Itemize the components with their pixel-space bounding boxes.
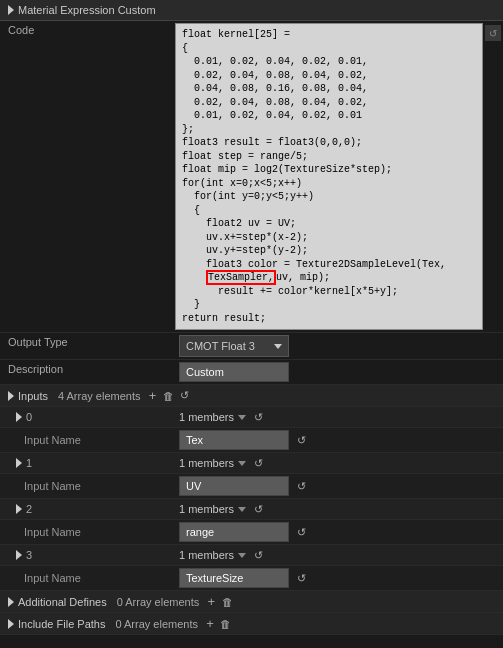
input-0-reset-button[interactable]: ↺	[250, 409, 266, 425]
input-1-icon	[16, 458, 22, 468]
input-2-reset-button[interactable]: ↺	[250, 501, 266, 517]
input-1-name-label: Input Name	[0, 478, 175, 494]
include-file-paths-count: 0 Array elements	[111, 615, 202, 633]
input-0-name-reset-button[interactable]: ↺	[293, 432, 309, 448]
input-2-name-content: ↺	[175, 520, 503, 544]
additional-defines-add-button[interactable]: +	[203, 594, 219, 610]
inputs-collapse-icon	[8, 391, 14, 401]
include-file-paths-text: Include File Paths	[18, 618, 105, 630]
additional-defines-icon	[8, 597, 14, 607]
panel-title: Material Expression Custom	[18, 4, 156, 16]
inputs-count: 4 Array elements	[54, 387, 145, 405]
input-2-content: 1 members ↺	[175, 499, 503, 519]
input-3-icon	[16, 550, 22, 560]
input-2-name-row: Input Name ↺	[0, 520, 503, 545]
input-3-name-label: Input Name	[0, 570, 175, 586]
input-1-header: 1 1 members ↺	[0, 453, 503, 474]
input-3-expand-icon	[238, 553, 246, 558]
output-type-row: Output Type CMOT Float 3	[0, 333, 503, 360]
dropdown-arrow-icon	[274, 344, 282, 349]
input-3-name-input[interactable]	[179, 568, 289, 588]
input-1-name-input[interactable]	[179, 476, 289, 496]
output-type-dropdown[interactable]: CMOT Float 3	[179, 335, 289, 357]
input-0-header: 0 1 members ↺	[0, 407, 503, 428]
input-1-name-row: Input Name ↺	[0, 474, 503, 499]
include-file-paths-add-button[interactable]: +	[202, 616, 218, 632]
output-type-value: CMOT Float 3	[186, 340, 255, 352]
input-0-index: 0	[26, 411, 32, 423]
input-2-name-input[interactable]	[179, 522, 289, 542]
input-2-expand-icon	[238, 507, 246, 512]
input-0-label: 0	[0, 409, 175, 425]
input-0-expand-icon	[238, 415, 246, 420]
output-type-label: Output Type	[0, 333, 175, 351]
input-1-index: 1	[26, 457, 32, 469]
input-1-label: 1	[0, 455, 175, 471]
input-0-name-input[interactable]	[179, 430, 289, 450]
output-type-content: CMOT Float 3	[175, 333, 503, 359]
panel-content: Code float kernel[25] = { 0.01, 0.02, 0.…	[0, 21, 503, 645]
input-2-name-reset-button[interactable]: ↺	[293, 524, 309, 540]
input-1-content: 1 members ↺	[175, 453, 503, 473]
additional-defines-count: 0 Array elements	[113, 593, 204, 611]
include-file-paths-delete-button[interactable]: 🗑	[218, 616, 234, 632]
input-3-content: 1 members ↺	[175, 545, 503, 565]
input-0-name-label: Input Name	[0, 432, 175, 448]
input-3-members: 1 members	[179, 549, 234, 561]
collapse-icon	[8, 5, 14, 15]
code-row: Code float kernel[25] = { 0.01, 0.02, 0.…	[0, 21, 503, 333]
description-content	[175, 360, 503, 384]
input-3-label: 3	[0, 547, 175, 563]
input-1-name-reset-button[interactable]: ↺	[293, 478, 309, 494]
input-1-reset-button[interactable]: ↺	[250, 455, 266, 471]
input-1-members: 1 members	[179, 457, 234, 469]
description-input[interactable]	[179, 362, 289, 382]
inputs-add-button[interactable]: +	[145, 388, 161, 404]
input-0-icon	[16, 412, 22, 422]
panel-header: Material Expression Custom	[0, 0, 503, 21]
input-2-members: 1 members	[179, 503, 234, 515]
input-0-name-row: Input Name ↺	[0, 428, 503, 453]
include-file-paths-icon	[8, 619, 14, 629]
code-content: float kernel[25] = { 0.01, 0.02, 0.04, 0…	[182, 29, 446, 324]
additional-defines-delete-button[interactable]: 🗑	[219, 594, 235, 610]
input-0-content: 1 members ↺	[175, 407, 503, 427]
input-1-name-content: ↺	[175, 474, 503, 498]
input-3-header: 3 1 members ↺	[0, 545, 503, 566]
input-3-name-row: Input Name ↺	[0, 566, 503, 591]
inputs-delete-button[interactable]: 🗑	[161, 388, 177, 404]
include-file-paths-section: Include File Paths 0 Array elements + 🗑	[0, 613, 503, 635]
additional-defines-label: Additional Defines	[0, 593, 113, 611]
input-2-icon	[16, 504, 22, 514]
code-label: Code	[0, 21, 175, 39]
highlight-texsampler: TexSampler,	[206, 270, 276, 285]
additional-defines-text: Additional Defines	[18, 596, 107, 608]
input-1-expand-icon	[238, 461, 246, 466]
input-3-index: 3	[26, 549, 32, 561]
input-3-reset-button[interactable]: ↺	[250, 547, 266, 563]
inputs-section-label: Inputs	[0, 387, 54, 405]
panel: Material Expression Custom Code float ke…	[0, 0, 503, 645]
inputs-reset-button[interactable]: ↺	[177, 388, 193, 404]
additional-defines-section: Additional Defines 0 Array elements + 🗑	[0, 591, 503, 613]
input-0-members: 1 members	[179, 411, 234, 423]
inputs-section-header: Inputs 4 Array elements + 🗑 ↺	[0, 385, 503, 407]
description-label: Description	[0, 360, 175, 378]
input-0-name-content: ↺	[175, 428, 503, 452]
code-reset-button[interactable]: ↺	[485, 25, 501, 41]
input-2-header: 2 1 members ↺	[0, 499, 503, 520]
input-3-name-content: ↺	[175, 566, 503, 590]
inputs-label: Inputs	[18, 390, 48, 402]
input-2-index: 2	[26, 503, 32, 515]
code-editor[interactable]: float kernel[25] = { 0.01, 0.02, 0.04, 0…	[175, 23, 483, 330]
input-2-label: 2	[0, 501, 175, 517]
include-file-paths-label: Include File Paths	[0, 615, 111, 633]
input-2-name-label: Input Name	[0, 524, 175, 540]
description-row: Description	[0, 360, 503, 385]
input-3-name-reset-button[interactable]: ↺	[293, 570, 309, 586]
